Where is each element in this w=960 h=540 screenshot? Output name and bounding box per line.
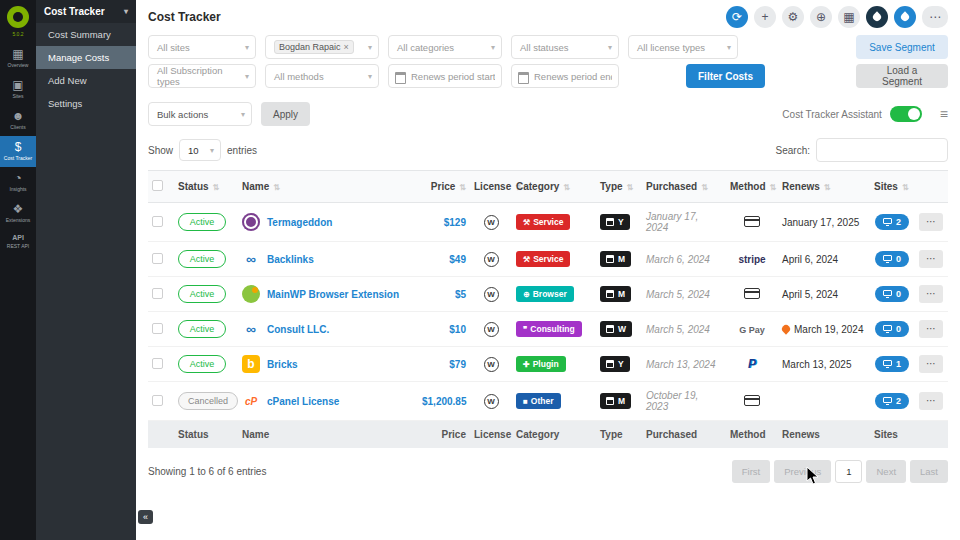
rail-item-extensions[interactable]: ❖ Extensions (0, 198, 36, 229)
col-status[interactable]: Status (174, 171, 238, 203)
load-segment-button[interactable]: Load a Segment (856, 64, 948, 88)
menu-icon[interactable]: ≡ (940, 106, 948, 122)
product-logo: ∞ (242, 250, 260, 268)
search-input[interactable] (816, 138, 948, 162)
bulk-actions-select[interactable]: Bulk actions (148, 102, 252, 126)
collapse-sidebar-button[interactable]: « (138, 510, 153, 524)
grid-button[interactable]: ▦ (838, 6, 860, 28)
add-button[interactable]: + (754, 6, 776, 28)
sites-badge[interactable]: 1 (875, 356, 909, 372)
cost-name-link[interactable]: Backlinks (267, 254, 314, 265)
col-type[interactable]: Type (596, 171, 642, 203)
monitor-icon (883, 218, 892, 224)
pagination-last[interactable]: Last (910, 460, 948, 483)
calendar-icon (606, 290, 614, 298)
theme-dark-button[interactable] (866, 6, 888, 28)
filter-costs-button[interactable]: Filter Costs (686, 64, 765, 88)
page-size-select[interactable]: 10 (179, 139, 221, 161)
settings-button[interactable]: ⚙ (782, 6, 804, 28)
monitor-icon (883, 360, 892, 366)
pagination-page-1[interactable]: 1 (835, 460, 862, 483)
apply-button[interactable]: Apply (261, 102, 310, 126)
renews-start-wrap (388, 64, 502, 88)
col-name[interactable]: Name (238, 171, 418, 203)
sidebar-item-cost-summary[interactable]: Cost Summary (36, 23, 136, 46)
cost-name-link[interactable]: MainWP Browser Extension (267, 289, 399, 300)
sites-badge[interactable]: 2 (875, 214, 909, 230)
table-row[interactable]: Active bBricks $79 W ✚Plugin Y March 13,… (148, 347, 948, 382)
pagination-previous[interactable]: Previous (774, 460, 831, 483)
rail-item-cost-tracker[interactable]: $ Cost Tracker (0, 136, 36, 167)
row-actions-button[interactable]: ⋯ (919, 392, 943, 410)
show-label: Show (148, 145, 173, 156)
table-row[interactable]: Active ∞Backlinks $49 W ⚒Service M March… (148, 242, 948, 277)
cost-name-link[interactable]: Termageddon (267, 217, 332, 228)
col-method[interactable]: Method (726, 171, 778, 203)
table-row[interactable]: Active Termageddon $129 W ⚒Service Y Jan… (148, 203, 948, 242)
filter-methods-select[interactable]: All methods (265, 64, 379, 88)
remove-tag-icon[interactable]: × (344, 42, 349, 52)
sites-badge[interactable]: 0 (875, 251, 909, 267)
assistant-toggle[interactable] (890, 106, 922, 122)
row-checkbox[interactable] (152, 358, 163, 369)
filter-sites-select[interactable]: All sites (148, 35, 256, 59)
cost-name-link[interactable]: cPanel License (267, 396, 339, 407)
rail-item-api[interactable]: API REST API (0, 229, 36, 255)
renews-date: April 6, 2024 (778, 242, 870, 277)
table-row[interactable]: Active ∞Consult LLC. $10 W ❞Consulting W… (148, 312, 948, 347)
filter-license-types-select[interactable]: All license types (628, 35, 738, 59)
rail-item-overview[interactable]: ▦ Overview (0, 43, 36, 74)
save-segment-button[interactable]: Save Segment (856, 35, 948, 59)
filter-subscription-types-select[interactable]: All Subscription types (148, 64, 256, 88)
sites-badge[interactable]: 0 (875, 286, 909, 302)
cost-name-link[interactable]: Consult LLC. (267, 324, 329, 335)
row-actions-button[interactable]: ⋯ (919, 285, 943, 303)
globe-button[interactable]: ⊕ (810, 6, 832, 28)
col-price[interactable]: Price (418, 171, 470, 203)
renews-end-input[interactable] (511, 64, 619, 88)
filter-statuses-select[interactable]: All statuses (511, 35, 619, 59)
sidebar-title[interactable]: Cost Tracker ▾ (36, 0, 136, 23)
wrench-icon: ⚒ (523, 218, 530, 227)
rail-item-sites[interactable]: ▣ Sites (0, 74, 36, 105)
row-checkbox[interactable] (152, 323, 163, 334)
pagination-first[interactable]: First (732, 460, 770, 483)
filter-client-select[interactable]: Bogdan Rapaic × (265, 35, 379, 59)
mainwp-logo[interactable] (7, 6, 29, 28)
sidebar-item-settings[interactable]: Settings (36, 92, 136, 115)
select-all-checkbox[interactable] (152, 180, 163, 191)
row-actions-button[interactable]: ⋯ (919, 355, 943, 373)
filter-categories-select[interactable]: All categories (388, 35, 502, 59)
col-category[interactable]: Category (512, 171, 596, 203)
row-checkbox[interactable] (152, 288, 163, 299)
renews-start-input[interactable] (388, 64, 502, 88)
table-row[interactable]: Active MainWP Browser Extension $5 W ⊕Br… (148, 277, 948, 312)
sites-badge[interactable]: 2 (875, 393, 909, 409)
col-renews[interactable]: Renews (778, 171, 870, 203)
pagination-next[interactable]: Next (866, 460, 906, 483)
row-actions-button[interactable]: ⋯ (919, 320, 943, 338)
category-badge: ⚒Service (516, 251, 570, 267)
sidebar-item-add-new[interactable]: Add New (36, 69, 136, 92)
cost-name-link[interactable]: Bricks (267, 359, 298, 370)
category-badge: ❞Consulting (516, 321, 582, 337)
col-purchased[interactable]: Purchased (642, 171, 726, 203)
row-checkbox[interactable] (152, 216, 163, 227)
type-badge: Y (600, 356, 630, 372)
product-logo: ∞ (242, 320, 260, 338)
col-sites[interactable]: Sites (870, 171, 914, 203)
row-checkbox[interactable] (152, 253, 163, 264)
rail-item-insights[interactable]: ◔ Insights (0, 167, 36, 198)
row-actions-button[interactable]: ⋯ (919, 213, 943, 231)
row-actions-button[interactable]: ⋯ (919, 250, 943, 268)
sites-badge[interactable]: 0 (875, 321, 909, 337)
table-row[interactable]: Cancelled cPcPanel License $1,200.85 W ■… (148, 382, 948, 421)
more-options-button[interactable]: ⋯ (922, 6, 948, 28)
refresh-button[interactable]: ⟳ (726, 6, 748, 28)
rail-item-clients[interactable]: ☻ Clients (0, 105, 36, 136)
row-checkbox[interactable] (152, 395, 163, 406)
col-license[interactable]: License (470, 171, 512, 203)
sidebar-item-manage-costs[interactable]: Manage Costs (36, 46, 136, 69)
price-value: $49 (418, 242, 470, 277)
theme-color-button[interactable] (894, 6, 916, 28)
